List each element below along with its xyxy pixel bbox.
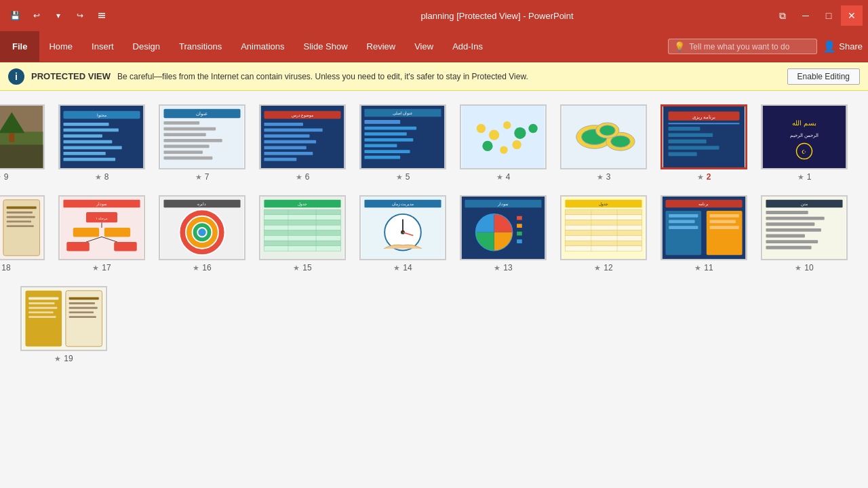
svg-rect-37 xyxy=(364,127,416,130)
undo-button[interactable]: ↩ xyxy=(27,6,46,25)
customize-qat-button[interactable] xyxy=(92,6,111,25)
svg-rect-96 xyxy=(669,214,698,218)
slide-item-3[interactable]: ★ 3 xyxy=(560,104,647,182)
tab-transitions[interactable]: Transitions xyxy=(170,31,231,62)
svg-rect-111 xyxy=(565,241,642,246)
slide-item-2[interactable]: برنامه ریزی ★ 2 xyxy=(660,104,747,182)
ribbon: File Home Insert Design Transitions Anim… xyxy=(0,31,868,62)
tab-animations[interactable]: Animations xyxy=(231,31,294,62)
redo-button[interactable]: ↪ xyxy=(71,6,90,25)
svg-rect-2 xyxy=(98,17,105,18)
star-icon-7: ★ xyxy=(195,173,202,182)
tab-insert[interactable]: Insert xyxy=(82,31,123,62)
svg-rect-49 xyxy=(264,140,316,144)
share-button[interactable]: 👤 Share xyxy=(823,40,863,53)
tab-addins[interactable]: Add-Ins xyxy=(443,31,492,62)
svg-point-23 xyxy=(599,125,615,136)
search-icon: 💡 xyxy=(674,41,685,52)
maximize-button[interactable]: □ xyxy=(818,5,840,26)
slide-item-14[interactable]: مدیریت زمان ★ 14 xyxy=(359,195,446,272)
slide-item-17[interactable]: نمودار مرحله ۱ ★ 17 xyxy=(58,195,145,272)
save-button[interactable]: 💾 xyxy=(5,6,24,25)
search-box[interactable]: 💡 xyxy=(668,39,817,54)
slide-thumb-11: برنامه xyxy=(660,195,747,260)
slide-item-15[interactable]: جدول ★ 15 xyxy=(259,195,346,272)
svg-rect-186 xyxy=(69,311,94,313)
slide-meta-15: ★ 15 xyxy=(293,263,311,272)
svg-rect-157 xyxy=(104,228,130,237)
restore-button[interactable]: ⧉ xyxy=(772,5,793,26)
slide-thumb-17: نمودار مرحله ۱ xyxy=(58,195,145,260)
svg-rect-120 xyxy=(517,224,522,228)
slide-item-19[interactable]: ★ 19 xyxy=(20,286,107,363)
slide-number-13: 13 xyxy=(503,263,512,272)
slide-number-19: 19 xyxy=(64,354,73,363)
svg-text:عنوان: عنوان xyxy=(197,111,208,117)
tab-file[interactable]: File xyxy=(0,31,39,62)
svg-rect-180 xyxy=(28,307,57,309)
protected-view-message: Be careful—files from the Internet can c… xyxy=(117,72,781,81)
svg-rect-133 xyxy=(264,209,340,215)
svg-rect-16 xyxy=(669,152,697,157)
slide-item-11[interactable]: برنامه ★ 11 xyxy=(660,195,747,272)
slide-thumb-9 xyxy=(0,104,45,169)
svg-rect-69 xyxy=(63,140,112,144)
svg-rect-72 xyxy=(63,158,115,161)
slide-item-18[interactable]: ★ 18 xyxy=(0,195,45,272)
undo-dropdown[interactable]: ▾ xyxy=(49,6,68,25)
svg-point-28 xyxy=(514,127,526,139)
svg-rect-52 xyxy=(264,158,296,161)
svg-rect-42 xyxy=(364,156,400,159)
svg-text:برنامه ریزی: برنامه ریزی xyxy=(692,115,715,120)
minimize-button[interactable]: ─ xyxy=(795,5,816,26)
tab-design[interactable]: Design xyxy=(123,31,170,62)
tab-home[interactable]: Home xyxy=(39,31,82,62)
slide-meta-9: ★ 9 xyxy=(0,172,8,182)
svg-rect-62 xyxy=(163,157,212,160)
slide-item-7[interactable]: عنوان ★ 7 xyxy=(159,104,245,182)
svg-text:برنامه: برنامه xyxy=(699,202,709,207)
star-icon-4: ★ xyxy=(496,173,503,182)
slide-number-16: 16 xyxy=(202,263,211,272)
tab-view[interactable]: View xyxy=(405,31,443,62)
svg-rect-60 xyxy=(163,145,209,148)
search-input[interactable] xyxy=(689,42,811,52)
slide-item-10[interactable]: متن ★ 10 xyxy=(761,195,848,272)
slide-number-14: 14 xyxy=(403,263,412,272)
slide-number-5: 5 xyxy=(406,172,410,182)
slide-item-8[interactable]: محتوا ★ 8 xyxy=(58,104,145,182)
svg-point-29 xyxy=(528,124,537,133)
slide-meta-6: ★ 6 xyxy=(296,172,310,182)
slide-item-4[interactable]: ★ 4 xyxy=(460,104,547,182)
svg-rect-51 xyxy=(264,152,313,155)
svg-rect-40 xyxy=(364,144,397,148)
svg-text:مدیریت زمان: مدیریت زمان xyxy=(392,202,414,207)
slide-item-5[interactable]: عنوان اصلی ★ 5 xyxy=(359,104,446,182)
slide-item-1[interactable]: بسم الله الرحمن الرحيم ☪ ★ 1 xyxy=(761,104,848,182)
slide-thumb-7: عنوان xyxy=(159,104,245,169)
svg-rect-94 xyxy=(665,211,701,255)
svg-rect-68 xyxy=(63,134,102,138)
slide-item-16[interactable]: دایره ★ 16 xyxy=(159,195,245,272)
tab-review[interactable]: Review xyxy=(357,31,406,62)
protected-view-icon: i xyxy=(8,68,24,85)
svg-rect-71 xyxy=(63,152,105,155)
slide-meta-17: ★ 17 xyxy=(92,263,111,272)
svg-point-27 xyxy=(503,121,511,129)
svg-rect-61 xyxy=(163,150,203,154)
svg-rect-121 xyxy=(517,232,522,236)
slide-thumb-4 xyxy=(460,104,547,169)
star-icon-16: ★ xyxy=(193,264,199,272)
svg-rect-110 xyxy=(565,236,642,241)
enable-editing-button[interactable]: Enable Editing xyxy=(787,68,860,85)
slide-item-6[interactable]: موضوع درس ★ 6 xyxy=(259,104,346,182)
slide-item-9[interactable]: ★ 9 xyxy=(0,104,45,182)
tab-slideshow[interactable]: Slide Show xyxy=(294,31,357,62)
star-icon-3: ★ xyxy=(597,173,604,182)
svg-text:☪: ☪ xyxy=(802,149,807,155)
slide-item-12[interactable]: جدول ★ 12 xyxy=(560,195,647,272)
slide-item-13[interactable]: نمودار ★ 13 xyxy=(460,195,547,272)
close-button[interactable]: ✕ xyxy=(841,5,863,26)
svg-rect-119 xyxy=(517,216,522,220)
slide-thumb-14: مدیریت زمان xyxy=(359,195,446,260)
